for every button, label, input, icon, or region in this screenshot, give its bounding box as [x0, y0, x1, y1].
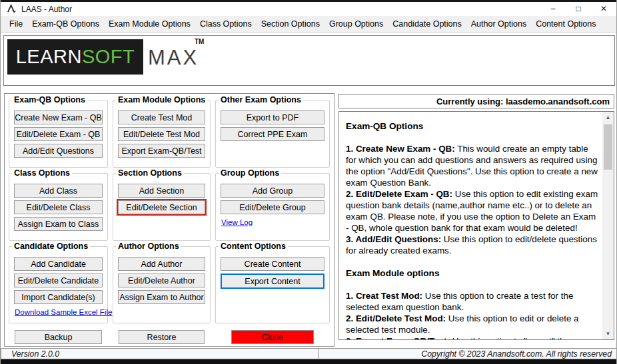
logo-learn-text: LEARN	[16, 46, 82, 68]
view-log-link[interactable]: View Log	[221, 218, 253, 226]
help-panel: Exam-QB Options 1. Create New Exam - QB:…	[338, 111, 614, 340]
group-exam-module-options: Exam Module Options Create Test Mod Edit…	[113, 100, 211, 168]
group-title-other-exam: Other Exam Options	[219, 95, 303, 104]
group-exam-qb-options: Exam-QB Options Create New Exam - QB Edi…	[9, 100, 108, 168]
app-window: LAAS - Author – □ ✕ File Exam-QB Options…	[0, 0, 617, 364]
trademark-symbol: TM	[195, 38, 204, 45]
menu-author-options[interactable]: Author Options	[466, 19, 531, 29]
backup-cell: Backup	[9, 329, 108, 345]
help-item: 1. Creat Test Mod: Use this option to cr…	[346, 290, 598, 313]
group-title-section: Section Options	[116, 168, 184, 178]
menu-exam-qb-options[interactable]: Exam-QB Options	[27, 19, 104, 29]
copyright-label: Copyright © 2023 Anandsoft.com. All righ…	[318, 348, 617, 359]
logo-soft-text: SOFT	[82, 46, 135, 68]
minimize-button[interactable]: –	[540, 2, 566, 16]
close-button[interactable]: Close	[231, 330, 314, 344]
menu-content-options[interactable]: Content Options	[531, 19, 600, 29]
taskbar-edge-strip	[1, 359, 616, 364]
export-content-button[interactable]: Export Content	[221, 273, 324, 289]
download-sample-excel-link[interactable]: Download Sample Excel File	[15, 308, 112, 316]
edit-delete-class-button[interactable]: Edit/Delete Class	[14, 200, 103, 214]
menu-section-options[interactable]: Section Options	[257, 19, 324, 29]
menu-candidate-options[interactable]: Candidate Options	[388, 19, 466, 29]
create-new-exam-qb-button[interactable]: Create New Exam - QB	[14, 110, 103, 124]
add-class-button[interactable]: Add Class	[14, 184, 103, 198]
backup-button[interactable]: Backup	[15, 330, 102, 344]
add-edit-questions-button[interactable]: Add/Edit Questions	[14, 144, 103, 158]
menu-exam-module-options[interactable]: Exam Module Options	[104, 19, 195, 29]
scrollbar[interactable]: ▲ ▼	[602, 112, 614, 339]
menu-group-options[interactable]: Group Options	[324, 19, 388, 29]
group-other-exam-options: Other Exam Options Export to PDF Correct…	[215, 100, 330, 168]
group-title-author: Author Options	[116, 242, 181, 251]
options-grid: Exam-QB Options Create New Exam - QB Edi…	[9, 100, 330, 345]
options-panel: Exam-QB Options Create New Exam - QB Edi…	[4, 93, 334, 347]
restore-cell: Restore	[113, 329, 211, 345]
edit-delete-group-button[interactable]: Edit/Delete Group	[221, 200, 324, 214]
edit-delete-test-mod-button[interactable]: Edit/Delete Test Mod	[118, 127, 205, 141]
help-heading-exam-module: Exam Module options	[346, 268, 598, 279]
edit-delete-author-button[interactable]: Edit/Delete Author	[118, 273, 205, 287]
assign-exam-to-author-button[interactable]: Assign Exam to Author	[118, 290, 205, 304]
edit-delete-section-button[interactable]: Edit/Delete Section	[118, 200, 205, 214]
scroll-down-icon[interactable]: ▼	[606, 328, 611, 339]
create-test-mod-button[interactable]: Create Test Mod	[118, 110, 205, 124]
export-to-pdf-button[interactable]: Export to PDF	[221, 110, 324, 124]
add-candidate-button[interactable]: Add Candidate	[14, 257, 103, 271]
window-title: LAAS - Author	[21, 5, 72, 14]
group-candidate-options: Candidate Options Add Candidate Edit/Del…	[9, 246, 108, 323]
app-icon	[7, 4, 17, 14]
group-title-exam-module: Exam Module Options	[116, 95, 207, 104]
group-title-group: Group Options	[219, 168, 281, 178]
scroll-up-icon[interactable]: ▲	[606, 112, 611, 123]
menu-file[interactable]: File	[5, 19, 27, 29]
edit-delete-exam-qb-button[interactable]: Edit/Delete Exam - QB	[14, 127, 103, 141]
window-controls: – □ ✕	[540, 2, 616, 16]
close-window-button[interactable]: ✕	[591, 2, 616, 16]
titlebar: LAAS - Author – □ ✕	[1, 2, 616, 16]
version-label: Version 2.0.0	[1, 348, 318, 359]
create-content-button[interactable]: Create Content	[221, 257, 324, 271]
help-text: Exam-QB Options 1. Create New Exam - QB:…	[339, 112, 602, 339]
group-author-options: Author Options Add Author Edit/Delete Au…	[113, 246, 211, 323]
help-heading-exam-qb: Exam-QB Options	[346, 120, 598, 132]
statusbar: Version 2.0.0 Copyright © 2023 Anandsoft…	[1, 348, 617, 359]
add-section-button[interactable]: Add Section	[118, 184, 205, 198]
correct-ppe-exam-button[interactable]: Correct PPE Exam	[221, 127, 324, 141]
import-candidates-button[interactable]: Import Candidate(s)	[14, 290, 103, 304]
add-author-button[interactable]: Add Author	[118, 257, 205, 271]
group-class-options: Class Options Add Class Edit/Delete Clas…	[9, 173, 108, 241]
help-item: 3. Export Exam-QB/Test: Use this option …	[346, 335, 598, 339]
export-exam-qb-test-button[interactable]: Export Exam-QB/Test	[118, 144, 205, 158]
scrollbar-thumb[interactable]	[604, 124, 612, 170]
help-item: 1. Create New Exam - QB: This would crea…	[346, 143, 598, 188]
maximize-button[interactable]: □	[566, 2, 591, 16]
assign-exam-to-class-button[interactable]: Assign Exam to Class	[14, 217, 103, 231]
close-cell: Close	[215, 329, 330, 345]
logo-black-badge: LEARNSOFT	[7, 39, 143, 75]
group-title-exam-qb: Exam-QB Options	[12, 95, 87, 104]
restore-button[interactable]: Restore	[119, 330, 205, 344]
group-section-options: Section Options Add Section Edit/Delete …	[113, 173, 211, 241]
help-item: 2. Edit/Delete Exam - QB: Use this optio…	[346, 188, 598, 234]
edit-delete-candidate-button[interactable]: Edit/Delete Candidate	[14, 273, 103, 287]
help-item: 3. Add/Edit Questions: Use this option t…	[346, 234, 598, 256]
learnsoft-max-logo: LEARNSOFT MAX TM	[3, 35, 615, 86]
help-item: 2. Edit/Delete Test Mod: Use this option…	[346, 313, 598, 335]
currently-using-banner: Currently using: laasdemo.anandsoft.com	[338, 94, 614, 108]
logo-max-text: MAX	[148, 46, 199, 70]
group-title-class: Class Options	[12, 168, 72, 178]
group-title-candidate: Candidate Options	[12, 242, 90, 251]
add-group-button[interactable]: Add Group	[221, 184, 324, 198]
menubar: File Exam-QB Options Exam Module Options…	[1, 16, 616, 33]
menu-class-options[interactable]: Class Options	[195, 19, 257, 29]
group-content-options: Content Options Create Content Export Co…	[215, 246, 330, 323]
group-group-options: Group Options Add Group Edit/Delete Grou…	[215, 173, 330, 241]
group-title-content: Content Options	[219, 242, 288, 251]
